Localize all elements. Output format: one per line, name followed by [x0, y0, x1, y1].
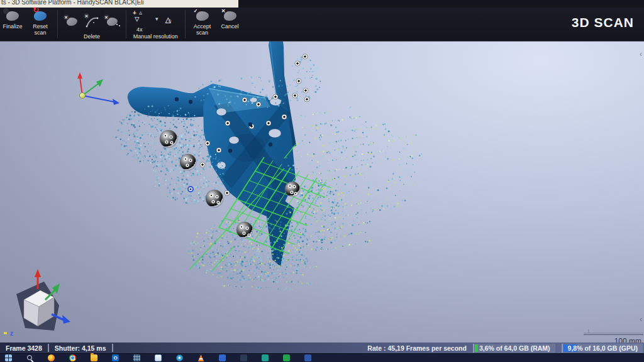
delete-spline-icon: ✕	[85, 15, 99, 28]
taskbar-icon-vlc[interactable]	[197, 354, 204, 361]
multiplier-value: 4x	[136, 26, 143, 33]
optimize-mesh-button[interactable]: ▵ ○	[164, 12, 179, 28]
ribbon-toolbar: Finalize ↻ Reset scan ✕	[0, 8, 644, 41]
manual-resolution-label: Manual resolution	[133, 33, 178, 40]
reset-arrow-icon: ↻	[32, 6, 40, 14]
toolbar-separator	[126, 10, 126, 38]
accept-scan-button[interactable]: ✓ Accept scan	[187, 8, 218, 41]
manual-resolution-group: + ▵ ▿ 4x ▾ ▵ ○ Manual resolution	[128, 8, 183, 41]
ram-usage-bar	[475, 344, 478, 352]
shutter-value: Shutter: 4,15 ms	[49, 344, 112, 352]
cancel-label: Cancel	[221, 23, 239, 30]
cancel-button[interactable]: ✕ Cancel	[218, 8, 243, 41]
finalize-mesh-icon	[6, 11, 19, 21]
ram-usage-label: 3,6% of 64,0 GB (RAM)	[479, 344, 550, 352]
taskbar-icon-tile-dark[interactable]	[240, 354, 247, 361]
taskbar-icon-tile-green[interactable]	[283, 354, 290, 361]
accept-scan-icon: ✓	[196, 11, 209, 21]
resolution-dropdown-caret[interactable]: ▾	[155, 16, 158, 22]
delete-x-icon: ✕	[64, 14, 69, 20]
toolbar-separator	[185, 10, 186, 38]
taskbar-icon-explorer[interactable]	[91, 354, 97, 361]
3d-scan-logo: 3D SCAN	[572, 15, 634, 30]
taskbar-icon-chrome[interactable]	[69, 354, 76, 361]
resolution-multiplier-button[interactable]: + ▵ ▿ 4x	[133, 11, 150, 31]
gpu-usage: 9,8% of 16,0 GB (GPU)	[562, 344, 643, 353]
finalize-label: Finalize	[3, 23, 22, 30]
taskbar-icon-notepad[interactable]	[155, 354, 162, 361]
reset-scan-label: Reset scan	[27, 23, 53, 36]
panel-chevron-top-icon[interactable]: ‹	[640, 50, 642, 58]
target-dot-icon	[3, 8, 9, 14]
frame-counter: Frame 3428	[0, 344, 48, 352]
taskbar-icon-calculator[interactable]	[133, 354, 140, 361]
cancel-icon: ✕	[224, 11, 236, 21]
panel-chevron-bottom-icon[interactable]: ‹	[640, 315, 642, 323]
taskbar-icon-firefox[interactable]	[48, 354, 55, 361]
ram-usage: 3,6% of 64,0 GB (RAM)	[473, 344, 555, 353]
delete-group-label: Delete	[84, 33, 100, 40]
status-bar: Frame 3428 Shutter: 4,15 ms Rate : 45,19…	[0, 343, 644, 353]
status-divider	[112, 344, 113, 352]
scale-bar-label: 100 mm	[614, 337, 641, 343]
taskbar-icon-tile-blue2[interactable]	[304, 354, 311, 361]
delete-points-button[interactable]: ✕	[104, 16, 119, 27]
delete-group: ✕ ✕ ✕	[60, 8, 124, 41]
x-icon: ✕	[221, 8, 226, 14]
taskbar-icon-outlook[interactable]	[112, 354, 119, 361]
delete-spline-button[interactable]: ✕	[84, 14, 99, 29]
axis-triad-icon	[77, 72, 119, 105]
check-icon: ✓	[193, 8, 199, 14]
taskbar-icon-tile-teal[interactable]	[262, 354, 269, 361]
points-dots-icon	[116, 24, 120, 26]
taskbar-icon-search[interactable]	[26, 354, 33, 361]
delete-x-icon: ✕	[104, 14, 109, 20]
circle-icon: ○	[169, 18, 172, 24]
finalize-button[interactable]: Finalize	[0, 8, 25, 41]
gpu-usage-label: 9,8% of 16,0 GB (GPU)	[568, 344, 638, 352]
taskbar-icon-start[interactable]	[5, 354, 12, 361]
taskbar-icon-clock[interactable]	[176, 354, 183, 361]
delete-mesh-button[interactable]: ✕	[64, 16, 79, 27]
window-title: ts - 3D Software Platform - HandySCAN BL…	[0, 0, 644, 8]
delete-mesh-icon: ✕	[67, 18, 77, 26]
delete-points-icon: ✕	[107, 18, 118, 26]
windows-taskbar	[0, 353, 644, 362]
triangle-down-icon: ▿	[135, 13, 140, 25]
scale-bar: 100 mm	[584, 329, 643, 343]
scan-viewport[interactable]: z 100 mm ‹ ‹	[0, 41, 644, 343]
frame-rate: Rate : 45,19 Frames per second	[367, 344, 467, 352]
scan-scene-svg: z 100 mm	[0, 41, 644, 343]
reset-scan-button[interactable]: ↻ Reset scan	[25, 8, 55, 41]
accept-scan-label: Accept scan	[189, 23, 216, 36]
status-divider	[48, 344, 49, 352]
reset-scan-mesh-icon: ↻	[34, 11, 47, 21]
toolbar-separator	[57, 10, 58, 38]
axis-hint-label: z	[10, 330, 13, 337]
window-title-bar: ts - 3D Software Platform - HandySCAN BL…	[0, 0, 644, 8]
delete-x-icon: ✕	[84, 13, 89, 19]
view-cube[interactable]: z	[4, 269, 70, 337]
taskbar-icon-tile-blue[interactable]	[219, 354, 226, 361]
